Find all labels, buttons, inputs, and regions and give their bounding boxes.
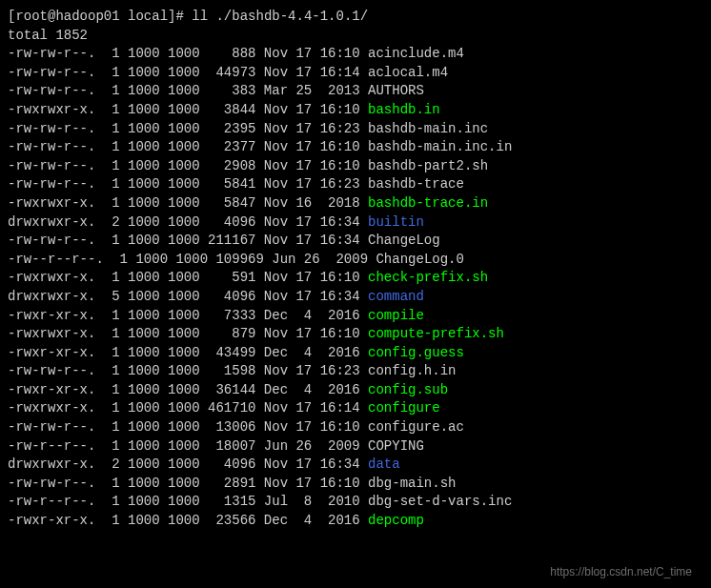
list-item: -rw-rw-r--. 1 1000 1000 13006 Nov 17 16:… xyxy=(8,418,703,437)
file-name: acinclude.m4 xyxy=(368,46,464,61)
file-name: compute-prefix.sh xyxy=(368,326,504,341)
file-name: COPYING xyxy=(368,438,424,454)
list-item: -rwxrwxr-x. 1 1000 1000 591 Nov 17 16:10… xyxy=(8,269,703,288)
file-name: builtin xyxy=(368,214,424,230)
file-name: ChangeLog.0 xyxy=(376,252,463,267)
list-item: -rw-rw-r--. 1 1000 1000 383 Mar 25 2013 … xyxy=(8,82,703,101)
list-item: -rw-rw-r--. 1 1000 1000 2908 Nov 17 16:1… xyxy=(8,157,703,176)
file-name: data xyxy=(368,456,400,472)
list-item: -rwxr-xr-x. 1 1000 1000 43499 Dec 4 2016… xyxy=(8,344,703,363)
file-name: config.h.in xyxy=(368,363,456,378)
list-item: -rw-r--r--. 1 1000 1000 18007 Jun 26 200… xyxy=(8,437,703,456)
file-listing: -rw-rw-r--. 1 1000 1000 888 Nov 17 16:10… xyxy=(8,45,703,530)
file-name: check-prefix.sh xyxy=(368,270,488,285)
list-item: -rw--r--r--. 1 1000 1000 109969 Jun 26 2… xyxy=(8,251,703,270)
list-item: drwxrwxr-x. 2 1000 1000 4096 Nov 17 16:3… xyxy=(8,456,703,475)
file-name: command xyxy=(368,289,424,304)
list-item: -rw-rw-r--. 1 1000 1000 2377 Nov 17 16:1… xyxy=(8,138,703,157)
file-name: bashdb-trace.in xyxy=(368,195,488,211)
file-name: config.sub xyxy=(368,382,448,397)
cwd: local xyxy=(128,9,168,24)
userhost: root@hadoop01 xyxy=(15,9,119,24)
file-name: configure.ac xyxy=(368,419,464,435)
list-item: -rwxr-xr-x. 1 1000 1000 36144 Dec 4 2016… xyxy=(8,381,703,400)
list-item: -rw-rw-r--. 1 1000 1000 5841 Nov 17 16:2… xyxy=(8,175,703,194)
list-item: -rw-r--r--. 1 1000 1000 1315 Jul 8 2010 … xyxy=(8,493,703,512)
file-name: bashdb-main.inc.in xyxy=(368,139,512,154)
file-name: aclocal.m4 xyxy=(368,65,448,80)
file-name: configure xyxy=(368,400,440,416)
list-item: drwxrwxr-x. 2 1000 1000 4096 Nov 17 16:3… xyxy=(8,213,703,233)
list-item: -rw-rw-r--. 1 1000 1000 1598 Nov 17 16:2… xyxy=(8,362,703,381)
list-item: -rw-rw-r--. 1 1000 1000 2395 Nov 17 16:2… xyxy=(8,120,703,139)
list-item: -rwxrwxr-x. 1 1000 1000 879 Nov 17 16:10… xyxy=(8,325,703,344)
list-item: -rw-rw-r--. 1 1000 1000 888 Nov 17 16:10… xyxy=(8,45,703,64)
file-name: depcomp xyxy=(368,513,424,528)
command: ll ./bashdb-4.4-1.0.1/ xyxy=(192,9,368,24)
prompt-line[interactable]: [root@hadoop01 local]# ll ./bashdb-4.4-1… xyxy=(8,8,703,27)
list-item: -rw-rw-r--. 1 1000 1000 211167 Nov 17 16… xyxy=(8,232,703,251)
file-name: bashdb-part2.sh xyxy=(368,158,488,173)
list-item: -rw-rw-r--. 1 1000 1000 44973 Nov 17 16:… xyxy=(8,64,703,83)
file-name: ChangeLog xyxy=(368,233,440,248)
file-name: config.guess xyxy=(368,345,464,360)
file-name: AUTHORS xyxy=(368,83,424,98)
file-name: bashdb.in xyxy=(368,102,440,117)
list-item: -rwxrwxr-x. 1 1000 1000 3844 Nov 17 16:1… xyxy=(8,101,703,120)
list-item: -rwxrwxr-x. 1 1000 1000 5847 Nov 16 2018… xyxy=(8,194,703,213)
file-name: compile xyxy=(368,308,424,323)
list-item: -rw-rw-r--. 1 1000 1000 2891 Nov 17 16:1… xyxy=(8,475,703,494)
file-name: dbg-set-d-vars.inc xyxy=(368,494,512,509)
list-item: drwxrwxr-x. 5 1000 1000 4096 Nov 17 16:3… xyxy=(8,288,703,307)
file-name: bashdb-main.inc xyxy=(368,121,488,136)
list-item: -rwxr-xr-x. 1 1000 1000 7333 Dec 4 2016 … xyxy=(8,307,703,326)
list-item: -rwxr-xr-x. 1 1000 1000 23566 Dec 4 2016… xyxy=(8,512,703,531)
file-name: bashdb-trace xyxy=(368,176,464,192)
file-name: dbg-main.sh xyxy=(368,476,456,491)
list-item: -rwxrwxr-x. 1 1000 1000 461710 Nov 17 16… xyxy=(8,399,703,418)
total-line: total 1852 xyxy=(8,27,703,46)
